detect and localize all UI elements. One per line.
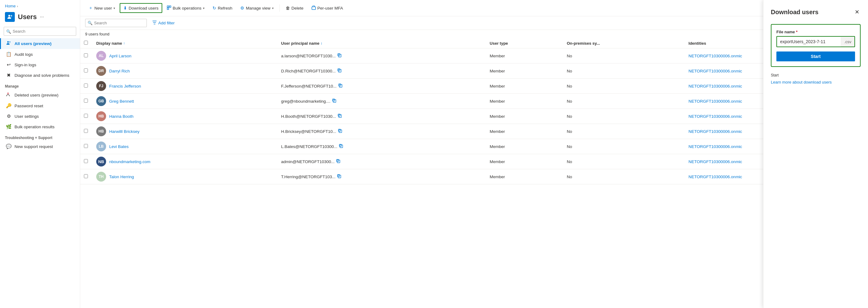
required-indicator: * (796, 30, 798, 34)
sidebar-item-password-reset[interactable]: 🔑 Password reset (0, 101, 80, 111)
upn-cell-nboundmarketing: admin@NETORGFT10300... (277, 154, 486, 169)
sidebar-search-input[interactable] (4, 27, 76, 36)
sidebar-item-audit-logs[interactable]: 📋 Audit logs (0, 49, 80, 60)
row-checkbox-nboundmarketing[interactable] (84, 159, 88, 163)
breadcrumb: Home › (5, 4, 18, 8)
sidebar-item-deleted-users[interactable]: Deleted users (preview) (0, 90, 80, 101)
identity-link-harwilll-bricksey[interactable]: NETORGFT10300006.onmic (688, 129, 742, 134)
users-table: Display name ↑ User principal name ↕ Use… (80, 38, 868, 184)
per-user-mfa-label: Per-user MFA (317, 6, 343, 10)
row-checkbox-cell-hanna-booth (80, 109, 93, 124)
sidebar-nav: All users (preview) 📋 Audit logs ↩ Sign-… (0, 38, 80, 308)
user-name-francis-jefferson[interactable]: Francis Jefferson (109, 84, 141, 89)
table-row: GBGreg Bennettgreg@nboundmarketing....Me… (80, 94, 868, 109)
identity-link-nboundmarketing[interactable]: NETORGFT10300006.onmic (688, 160, 742, 164)
display-name-cell-levi-bates: LBLevi Bates (93, 139, 277, 154)
add-filter-button[interactable]: Add filter (150, 19, 177, 27)
row-checkbox-cell-francis-jefferson (80, 79, 93, 94)
sidebar-item-all-users-label: All users (preview) (14, 41, 52, 46)
identity-link-hanna-booth[interactable]: NETORGFT10300006.onmic (688, 114, 742, 119)
row-checkbox-levi-bates[interactable] (84, 144, 88, 148)
refresh-button[interactable]: ↻ Refresh (209, 3, 236, 13)
user-name-harwilll-bricksey[interactable]: Harwilll Bricksey (109, 129, 140, 134)
svg-rect-6 (167, 6, 169, 7)
identity-link-greg-bennett[interactable]: NETORGFT10300006.onmic (688, 99, 742, 104)
identity-link-levi-bates[interactable]: NETORGFT10300006.onmic (688, 144, 742, 149)
table-row: NBnboundmarketing.comadmin@NETORGFT10300… (80, 154, 868, 169)
avatar: NB (96, 157, 106, 167)
manage-view-button[interactable]: ⚙ Manage view ▾ (237, 3, 277, 13)
file-name-input[interactable] (777, 37, 841, 46)
display-name-cell-april-larson: ALApril Larson (93, 48, 277, 64)
copy-icon[interactable] (332, 99, 336, 104)
row-checkbox-greg-bennett[interactable] (84, 99, 88, 103)
new-user-button[interactable]: ＋ New user ▾ (85, 3, 119, 13)
table-row: THTalon HerringT.Herring@NETORGFT103...M… (80, 169, 868, 184)
learn-more-link[interactable]: Learn more about download users (771, 80, 861, 84)
user-name-levi-bates[interactable]: Levi Bates (109, 144, 129, 149)
copy-icon[interactable] (337, 68, 341, 73)
row-checkbox-darryl-rich[interactable] (84, 68, 88, 72)
new-support-icon: 💬 (6, 144, 11, 149)
sidebar-header: Home › (0, 0, 80, 11)
start-button[interactable]: Start (776, 52, 855, 61)
row-checkbox-cell-april-larson (80, 48, 93, 64)
identity-link-francis-jefferson[interactable]: NETORGFT10300006.onmic (688, 84, 742, 89)
copy-icon[interactable] (338, 114, 342, 119)
table-row: DRDarryl RichD.Rich@NETORGFT10300...Memb… (80, 64, 868, 79)
identity-link-darryl-rich[interactable]: NETORGFT10300006.onmic (688, 69, 742, 73)
bulk-ops-icon (167, 5, 171, 11)
copy-icon[interactable] (337, 174, 341, 179)
sidebar-item-bulk-results[interactable]: 🌿 Bulk operation results (0, 122, 80, 132)
copy-icon[interactable] (337, 53, 341, 58)
download-users-label: Download users (129, 6, 159, 10)
new-user-label: New user (94, 6, 112, 10)
download-users-button[interactable]: ⬇ Download users (120, 3, 162, 13)
sidebar-item-diagnose[interactable]: ✖ Diagnose and solve problems (0, 70, 80, 80)
user-name-nboundmarketing[interactable]: nboundmarketing.com (109, 160, 151, 164)
row-checkbox-hanna-booth[interactable] (84, 114, 88, 118)
select-all-checkbox[interactable] (84, 41, 88, 45)
user-name-hanna-booth[interactable]: Hanna Booth (109, 114, 133, 119)
row-checkbox-april-larson[interactable] (84, 53, 88, 57)
row-checkbox-francis-jefferson[interactable] (84, 83, 88, 88)
copy-icon[interactable] (339, 144, 343, 149)
breadcrumb-home[interactable]: Home (5, 4, 16, 8)
filter-search-input[interactable] (85, 19, 147, 27)
upn-text-talon-herring: T.Herring@NETORGFT103... (281, 174, 335, 179)
avatar: HB (96, 111, 106, 121)
copy-icon[interactable] (338, 129, 342, 134)
copy-icon[interactable] (336, 159, 340, 164)
refresh-label: Refresh (218, 6, 232, 10)
delete-button[interactable]: 🗑 Delete (282, 3, 307, 13)
svg-point-3 (9, 41, 10, 42)
troubleshoot-section-label: Troubleshooting + Support (0, 132, 80, 141)
new-user-icon: ＋ (89, 5, 93, 11)
col-display-name[interactable]: Display name ↑ (93, 38, 277, 48)
row-checkbox-harwilll-bricksey[interactable] (84, 129, 88, 133)
user-name-april-larson[interactable]: April Larson (109, 54, 131, 58)
identity-link-talon-herring[interactable]: NETORGFT10300006.onmic (688, 174, 742, 179)
sidebar-item-user-settings[interactable]: ⚙ User settings (0, 111, 80, 122)
page-more-options[interactable]: ··· (40, 14, 44, 20)
panel-header: Download users ✕ (771, 7, 861, 16)
user-name-talon-herring[interactable]: Talon Herring (109, 174, 134, 179)
sidebar-search-icon: 🔍 (6, 29, 11, 34)
user-type-cell-greg-bennett: Member (486, 94, 563, 109)
user-type-cell-nboundmarketing: Member (486, 154, 563, 169)
svg-rect-13 (338, 69, 340, 71)
identity-link-april-larson[interactable]: NETORGFT10300006.onmic (688, 54, 742, 58)
sidebar-item-sign-in-logs[interactable]: ↩ Sign-in logs (0, 60, 80, 70)
row-checkbox-talon-herring[interactable] (84, 174, 88, 178)
bulk-operations-button[interactable]: Bulk operations ▾ (163, 3, 208, 13)
user-name-darryl-rich[interactable]: Darryl Rich (109, 69, 130, 73)
sidebar-item-all-users[interactable]: All users (preview) (0, 38, 80, 49)
upn-cell-levi-bates: L.Bates@NETORGFT10300... (277, 139, 486, 154)
panel-close-button[interactable]: ✕ (854, 7, 861, 16)
copy-icon[interactable] (338, 83, 342, 89)
per-user-mfa-button[interactable]: Per-user MFA (308, 3, 346, 13)
sidebar-item-new-support[interactable]: 💬 New support request (0, 141, 80, 152)
user-name-greg-bennett[interactable]: Greg Bennett (109, 99, 134, 104)
col-upn[interactable]: User principal name ↕ (277, 38, 486, 48)
upn-text-greg-bennett: greg@nboundmarketing.... (281, 99, 330, 104)
